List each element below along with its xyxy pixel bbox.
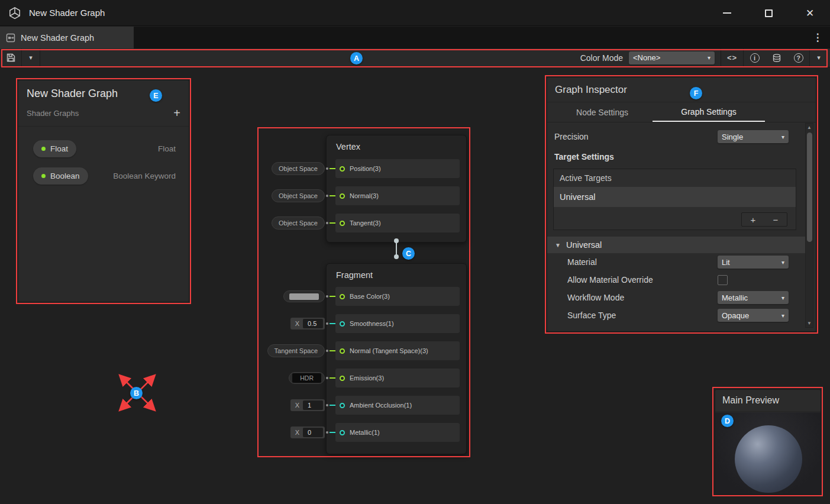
inspector-scrollbar[interactable]: ▲ ▼ <box>805 123 813 328</box>
position-slot[interactable]: Position(3) <box>335 159 460 178</box>
hdr-color-field[interactable]: HDR <box>289 372 325 384</box>
target-item-universal[interactable]: Universal <box>554 187 796 207</box>
material-dropdown[interactable]: Lit ▾ <box>718 256 789 269</box>
tab-new-shader-graph[interactable]: New Shader Graph <box>0 27 134 49</box>
exposed-dot-icon <box>41 147 46 151</box>
maximize-button[interactable] <box>755 0 781 26</box>
hdr-label: HDR <box>292 373 321 383</box>
preview-sphere[interactable] <box>735 425 802 493</box>
save-asset-button[interactable] <box>0 49 21 67</box>
color-field[interactable] <box>283 290 325 302</box>
vertex-node-title: Vertex <box>327 135 466 158</box>
port-icon[interactable] <box>340 166 345 172</box>
space-dropdown-label: Tangent Space <box>274 347 318 354</box>
close-button[interactable]: ✕ <box>797 0 823 26</box>
normal-tangent-slot[interactable]: Normal (Tangent Space)(3) <box>335 341 460 360</box>
smoothness-slot[interactable]: Smoothness(1) <box>335 314 460 333</box>
chevron-down-icon: ▾ <box>708 54 710 61</box>
help-button[interactable]: ? <box>787 49 809 67</box>
space-dropdown-label: Object Space <box>279 165 318 172</box>
material-row: Material Lit ▾ <box>554 253 789 271</box>
property-pill-boolean[interactable]: Boolean <box>33 167 88 185</box>
space-dropdown[interactable]: Tangent Space <box>267 344 325 357</box>
fragment-node-title: Fragment <box>327 264 466 286</box>
tab-overflow-menu-button[interactable]: ⋮ <box>810 27 825 49</box>
info-icon: i <box>750 53 760 63</box>
toolbar-separator <box>40 49 40 67</box>
property-name: Float <box>50 144 68 153</box>
tab-node-settings[interactable]: Node Settings <box>552 102 653 122</box>
space-dropdown[interactable]: Object Space <box>272 162 325 175</box>
help-icon: ? <box>794 53 803 63</box>
badge-b: B <box>130 387 143 399</box>
precision-value: Single <box>722 133 743 141</box>
property-pill-float[interactable]: Float <box>33 140 76 157</box>
remove-target-button[interactable]: − <box>764 213 787 226</box>
toolbar-overflow-dropdown-button[interactable]: ▾ <box>810 49 828 67</box>
window-controls: ✕ <box>714 0 823 26</box>
color-mode-dropdown[interactable]: <None> ▾ <box>629 51 715 64</box>
vertex-row-normal: Object Space Normal(3) <box>261 186 462 205</box>
float-field-value[interactable]: 0 <box>303 428 323 437</box>
material-value: Lit <box>722 258 730 267</box>
port-icon[interactable] <box>340 376 345 381</box>
workflow-dropdown[interactable]: Metallic ▾ <box>718 291 789 304</box>
float-field[interactable]: X 0 <box>290 427 325 438</box>
add-target-button[interactable]: + <box>742 213 764 226</box>
port-icon[interactable] <box>340 221 345 226</box>
float-field-axis-label: X <box>295 429 299 436</box>
precision-dropdown[interactable]: Single ▾ <box>718 130 789 143</box>
minimize-button[interactable] <box>714 0 740 26</box>
basecolor-slot[interactable]: Base Color(3) <box>335 287 460 306</box>
vertex-fragment-edge[interactable] <box>394 238 399 259</box>
blackboard-subrow: Shader Graphs + <box>18 100 189 126</box>
foldout-label: Universal <box>566 240 602 250</box>
scroll-up-icon[interactable]: ▲ <box>807 124 812 131</box>
color-mode-value: <None> <box>633 53 660 62</box>
control-connector-dot <box>326 222 328 224</box>
main-preview-title: Main Preview <box>715 390 821 412</box>
graph-inspector-panel: Graph Inspector Node Settings Graph Sett… <box>547 77 816 332</box>
workflow-value: Metallic <box>722 293 748 302</box>
show-generated-code-button[interactable]: <> <box>721 49 743 67</box>
override-checkbox[interactable] <box>718 275 728 285</box>
universal-foldout[interactable]: ▼ Universal <box>547 237 805 253</box>
float-field-axis-label: X <box>295 402 299 409</box>
float-field[interactable]: X 1 <box>290 399 325 411</box>
property-type: Float <box>158 144 176 153</box>
port-icon[interactable] <box>340 403 345 408</box>
close-icon: ✕ <box>806 8 814 18</box>
port-icon[interactable] <box>340 430 345 435</box>
normal-slot[interactable]: Normal(3) <box>335 186 460 205</box>
main-preview-panel: Main Preview <box>715 389 821 495</box>
occlusion-slot[interactable]: Ambient Occlusion(1) <box>335 396 460 415</box>
tangent-slot[interactable]: Tangent(3) <box>335 214 460 232</box>
emission-slot[interactable]: Emission(3) <box>335 369 460 387</box>
graph-inspector-toggle-button[interactable]: i <box>744 49 766 67</box>
control-connector-dot <box>326 404 328 406</box>
float-field[interactable]: X 0.5 <box>290 318 325 329</box>
float-field-axis-label: X <box>295 320 299 327</box>
port-wire <box>330 195 335 196</box>
port-wire <box>330 350 335 351</box>
blackboard-toggle-button[interactable] <box>766 49 787 67</box>
space-dropdown[interactable]: Object Space <box>272 217 325 230</box>
surface-dropdown[interactable]: Opaque ▾ <box>718 309 789 322</box>
save-options-dropdown-button[interactable]: ▾ <box>22 49 40 67</box>
metallic-slot[interactable]: Metallic(1) <box>335 423 460 442</box>
value-column <box>718 275 789 285</box>
port-icon[interactable] <box>340 193 345 199</box>
value-column: Opaque ▾ <box>718 309 789 322</box>
port-icon[interactable] <box>340 348 345 354</box>
scrollbar-thumb[interactable] <box>807 133 812 242</box>
float-field-value[interactable]: 0.5 <box>303 319 323 328</box>
save-icon <box>6 53 16 63</box>
port-icon[interactable] <box>340 294 345 299</box>
tab-graph-settings[interactable]: Graph Settings <box>653 102 765 122</box>
space-dropdown[interactable]: Object Space <box>272 189 325 202</box>
scroll-down-icon[interactable]: ▼ <box>807 319 812 327</box>
add-property-button[interactable]: + <box>173 107 180 119</box>
port-icon[interactable] <box>340 321 345 327</box>
color-swatch[interactable] <box>289 293 319 300</box>
float-field-value[interactable]: 1 <box>303 400 323 410</box>
